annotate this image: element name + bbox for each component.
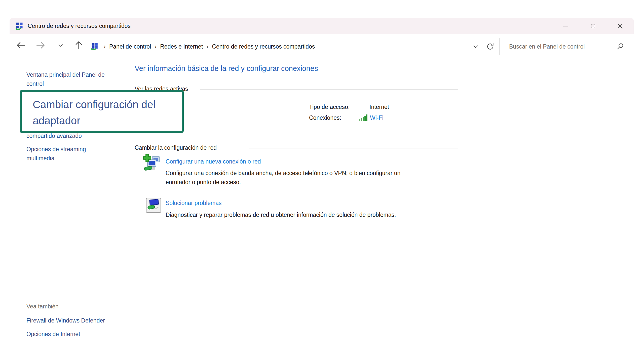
close-icon [617,23,623,29]
up-arrow-icon [74,40,84,50]
window-controls [559,20,627,32]
connections-label: Conexiones: [309,114,341,121]
adapter-settings-highlight-box[interactable]: Cambiar configuración del adaptador [20,90,184,133]
network-sharing-center-window: Centro de redes y recursos compartidos [10,18,634,362]
forward-arrow-icon [35,40,46,50]
up-button[interactable] [73,39,85,51]
wifi-link[interactable]: Wi-Fi [370,114,384,121]
sidebar-item-internet-options[interactable]: Opciones de Internet [26,330,80,339]
see-also-header: Vea también [26,303,59,310]
troubleshoot-icon[interactable] [146,198,161,213]
recent-pages-button[interactable] [55,39,66,51]
maximize-icon [591,24,595,28]
chevron-down-icon [57,42,64,49]
search-input[interactable] [509,43,616,50]
network-app-icon [16,22,24,30]
window-title: Centro de redes y recursos compartidos [28,23,131,29]
forward-button[interactable] [35,39,46,51]
wifi-signal-icon [359,114,368,121]
maximize-button[interactable] [586,20,600,32]
breadcrumb-separator: › [104,43,106,50]
section-divider [249,148,458,148]
back-arrow-icon [16,40,26,50]
navigation-bar: › Panel de control › Redes e Internet › … [10,34,634,57]
access-type-value: Internet [369,104,389,110]
sidebar-item-windows-defender-firewall[interactable]: Firewall de Windows Defender [26,316,105,325]
address-dropdown-icon[interactable] [472,43,479,50]
page-title: Ver información básica de la red y confi… [135,64,318,73]
breadcrumb-network-sharing-center[interactable]: Centro de redes y recursos compartidos [212,43,315,50]
search-box[interactable] [504,38,629,55]
setup-new-connection-link[interactable]: Configurar una nueva conexión o red [166,158,261,165]
new-connection-icon[interactable] [143,153,161,172]
sidebar-item-change-adapter-settings[interactable]: Cambiar configuración del adaptador [22,92,182,129]
title-bar: Centro de redes y recursos compartidos [10,18,634,34]
minimize-button[interactable] [559,20,573,32]
sidebar-item-control-panel-home[interactable]: Ventana principal del Panel de control [26,70,109,88]
section-divider [200,89,458,90]
access-type-label: Tipo de acceso: [309,104,350,110]
search-icon[interactable] [616,43,624,50]
troubleshoot-problems-description: Diagnosticar y reparar problemas de red … [166,210,468,219]
breadcrumb-control-panel[interactable]: Panel de control [109,43,151,50]
close-button[interactable] [613,20,627,32]
breadcrumb-network-icon [91,43,99,50]
breadcrumb-networks-internet[interactable]: Redes e Internet [160,43,203,50]
setup-new-connection-description: Configurar una conexión de banda ancha, … [166,169,422,187]
sidebar-item-media-streaming-options[interactable]: Opciones de streaming multimedia [26,145,91,163]
active-network-divider [303,97,303,130]
refresh-icon[interactable] [486,43,494,51]
minimize-icon [563,26,568,26]
address-bar[interactable]: › Panel de control › Redes e Internet › … [87,38,500,55]
change-network-settings-section-label: Cambiar la configuración de red [135,144,217,151]
troubleshoot-problems-link[interactable]: Solucionar problemas [166,200,221,207]
breadcrumb-separator: › [155,43,157,50]
back-button[interactable] [15,39,27,51]
breadcrumb-separator: › [206,43,208,50]
